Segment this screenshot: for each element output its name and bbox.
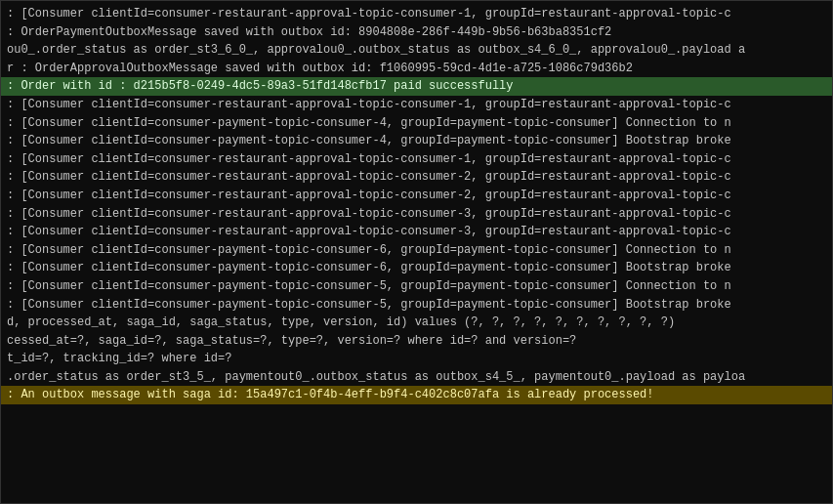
log-line: r : OrderApprovalOutboxMessage saved wit… [1,60,832,78]
log-line: : [Consumer clientId=consumer-payment-to… [1,296,832,315]
log-line: : [Consumer clientId=consumer-payment-to… [1,114,832,133]
log-line: : [Consumer clientId=consumer-restaurant… [1,150,832,169]
log-line: cessed_at=?, saga_id=?, saga_status=?, t… [1,332,832,351]
log-line: : [Consumer clientId=consumer-payment-to… [1,241,832,260]
log-line: : [Consumer clientId=consumer-restaurant… [1,205,832,224]
log-line: t_id=?, tracking_id=? where id=? [1,350,832,368]
log-line: ou0_.order_status as order_st3_6_0_, app… [1,41,832,60]
log-line: : [Consumer clientId=consumer-restaurant… [1,168,832,187]
log-line: .order_status as order_st3_5_, paymentou… [1,368,832,387]
log-line: : [Consumer clientId=consumer-payment-to… [1,259,832,277]
log-line: : [Consumer clientId=consumer-restaurant… [1,5,832,23]
log-line: : Order with id : d215b5f8-0249-4dc5-89a… [1,77,832,96]
log-line: : [Consumer clientId=consumer-payment-to… [1,132,832,150]
terminal-window: : [Consumer clientId=consumer-restaurant… [0,0,833,504]
log-line: : OrderPaymentOutboxMessage saved with o… [1,23,832,42]
log-line: : [Consumer clientId=consumer-payment-to… [1,277,832,296]
log-line: : [Consumer clientId=consumer-restaurant… [1,96,832,114]
log-line: : An outbox message with saga id: 15a497… [1,386,832,404]
log-line: d, processed_at, saga_id, saga_status, t… [1,314,832,332]
log-line: : [Consumer clientId=consumer-restaurant… [1,223,832,241]
log-line: : [Consumer clientId=consumer-restaurant… [1,187,832,205]
